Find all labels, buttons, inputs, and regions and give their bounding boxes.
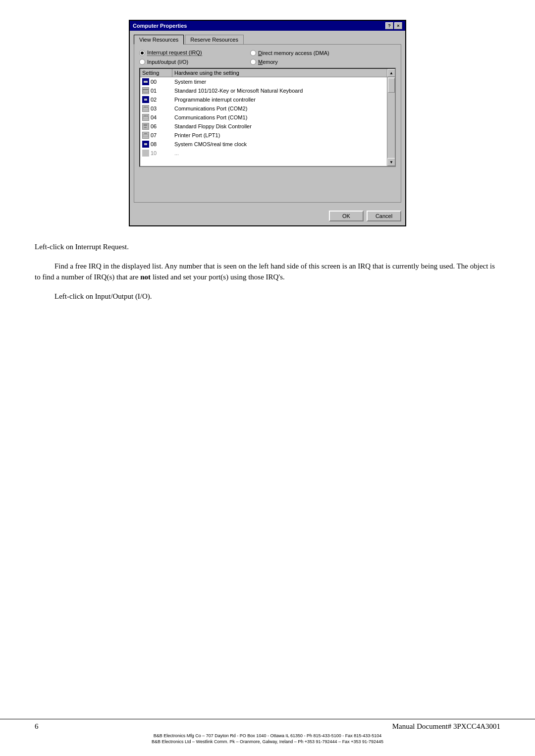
paragraph-3: Left-click on Input/Output (I/O). <box>35 291 500 302</box>
port-icon <box>142 105 149 112</box>
svg-rect-3 <box>143 90 144 90</box>
table-row[interactable]: 01 Standard 101/102-Key or Microsoft Nat… <box>140 86 387 95</box>
radio-memory-label: Memory <box>258 59 278 65</box>
cell-setting: 01 <box>140 87 172 94</box>
svg-rect-6 <box>146 90 147 90</box>
cell-setting: 04 <box>140 114 172 121</box>
irq-list[interactable]: Setting Hardware using the setting 00 <box>139 68 396 167</box>
radio-memory-input[interactable] <box>250 59 256 65</box>
tab-row: View Resources Reserve Resources <box>134 35 401 44</box>
cell-hardware: Communications Port (COM2) <box>172 106 387 111</box>
cell-hardware: Programmable interrupt controller <box>172 97 387 103</box>
cell-hardware: System timer <box>172 79 387 85</box>
svg-rect-2 <box>143 89 149 92</box>
body-text: Left-click on Interrupt Request. Find a … <box>35 241 500 302</box>
printer-icon <box>142 132 149 139</box>
chip-icon <box>142 96 149 103</box>
paragraph-1: Left-click on Interrupt Request. <box>35 241 500 253</box>
radio-row-1: Interrupt request (IRQ) Direct memory ac… <box>139 50 396 56</box>
radio-dma-input[interactable] <box>250 50 256 56</box>
dialog-wrapper: Computer Properties ? × View Resources R… <box>35 20 500 226</box>
cell-setting: 03 <box>140 105 172 112</box>
tab-content: Interrupt request (IRQ) Direct memory ac… <box>134 44 401 203</box>
footer: 6 Manual Document# 3PXCC4A3001 B&B Elect… <box>0 719 535 746</box>
table-row[interactable]: 02 Programmable interrupt controller <box>140 95 387 104</box>
svg-rect-9 <box>144 99 147 101</box>
device-icon <box>142 78 149 85</box>
page-number: 6 <box>35 722 39 731</box>
cell-hardware: ... <box>172 150 387 156</box>
footer-small: B&B Electronics Mfg Co – 707 Dayton Rd -… <box>35 733 500 745</box>
dialog-titlebar: Computer Properties ? × <box>130 21 405 31</box>
radio-row-2: Input/output (I/O) Memory <box>139 59 396 65</box>
radio-io-input[interactable] <box>139 59 145 65</box>
titlebar-buttons: ? × <box>385 22 402 29</box>
svg-rect-22 <box>144 133 147 134</box>
device-icon-2 <box>142 150 149 157</box>
table-row[interactable]: 10 ... <box>140 149 387 158</box>
computer-properties-dialog: Computer Properties ? × View Resources R… <box>129 20 406 226</box>
dialog-buttons: OK Cancel <box>134 208 401 221</box>
svg-rect-1 <box>144 81 148 83</box>
svg-rect-7 <box>147 90 148 90</box>
scroll-down-button[interactable]: ▼ <box>387 158 395 166</box>
cell-setting: 07 <box>140 132 172 139</box>
list-inner: Setting Hardware using the setting 00 <box>140 69 387 166</box>
svg-rect-19 <box>144 124 147 126</box>
scroll-thumb[interactable] <box>388 78 395 93</box>
radio-dma[interactable]: Direct memory access (DMA) <box>250 50 359 56</box>
floppy-icon <box>142 123 149 130</box>
radio-io[interactable]: Input/output (I/O) <box>139 59 248 65</box>
page: Computer Properties ? × View Resources R… <box>0 0 535 756</box>
svg-rect-21 <box>143 134 148 137</box>
cell-setting: 06 <box>140 123 172 130</box>
svg-rect-14 <box>143 116 148 119</box>
dialog-body: View Resources Reserve Resources Interru… <box>130 31 405 225</box>
cell-setting: 02 <box>140 96 172 103</box>
port-icon-2 <box>142 114 149 121</box>
dialog-title: Computer Properties <box>133 23 187 29</box>
table-row[interactable]: 00 System timer <box>140 77 387 86</box>
table-row[interactable]: 06 Standard Floppy Disk Controller <box>140 122 387 131</box>
svg-rect-20 <box>144 127 147 128</box>
header-hardware: Hardware using the setting <box>172 69 387 77</box>
scroll-track[interactable] <box>387 77 395 158</box>
table-row[interactable]: 07 Printer Port (LPT1) <box>140 131 387 140</box>
cell-setting: 00 <box>140 78 172 85</box>
svg-rect-10 <box>143 108 148 110</box>
radio-irq-label: Interrupt request (IRQ) <box>147 50 202 56</box>
footer-main: 6 Manual Document# 3PXCC4A3001 <box>35 722 500 731</box>
table-row[interactable]: 03 Communications Port (COM2) <box>140 104 387 113</box>
footer-line-2: B&B Electronics Ltd – Westlink Comm. Pk … <box>35 739 500 745</box>
cell-hardware: Printer Port (LPT1) <box>172 132 387 138</box>
radio-irq[interactable]: Interrupt request (IRQ) <box>139 50 248 56</box>
help-button[interactable]: ? <box>385 22 393 29</box>
cell-hardware: Communications Port (COM1) <box>172 114 387 120</box>
svg-rect-4 <box>144 90 145 90</box>
close-button[interactable]: × <box>394 22 402 29</box>
scroll-up-button[interactable]: ▲ <box>387 69 395 77</box>
svg-rect-24 <box>144 143 147 145</box>
radio-irq-input[interactable] <box>139 50 145 56</box>
table-row[interactable]: 04 Communications Port (COM1) <box>140 113 387 122</box>
document-number: Manual Document# 3PXCC4A3001 <box>392 722 500 731</box>
cell-hardware: Standard 101/102-Key or Microsoft Natura… <box>172 88 387 94</box>
svg-rect-5 <box>145 90 146 90</box>
radio-memory[interactable]: Memory <box>250 59 359 65</box>
header-setting: Setting <box>140 69 172 77</box>
clock-icon <box>142 141 149 148</box>
table-row[interactable]: 08 System CMOS/real time clock <box>140 140 387 149</box>
tab-reserve-resources[interactable]: Reserve Resources <box>185 35 244 44</box>
ok-button[interactable]: OK <box>329 211 364 221</box>
footer-line-1: B&B Electronics Mfg Co – 707 Dayton Rd -… <box>35 733 500 739</box>
cancel-button[interactable]: Cancel <box>367 211 401 221</box>
radio-dma-label: Direct memory access (DMA) <box>258 50 329 56</box>
list-header: Setting Hardware using the setting <box>140 69 387 77</box>
keyboard-icon <box>142 87 149 94</box>
paragraph-2: Find a free IRQ in the displayed list. A… <box>35 261 500 283</box>
tab-view-resources[interactable]: View Resources <box>134 35 184 45</box>
cell-setting: 10 <box>140 150 172 157</box>
radio-io-label: Input/output (I/O) <box>147 59 188 65</box>
scrollbar[interactable]: ▲ ▼ <box>387 69 395 166</box>
cell-hardware: Standard Floppy Disk Controller <box>172 123 387 129</box>
